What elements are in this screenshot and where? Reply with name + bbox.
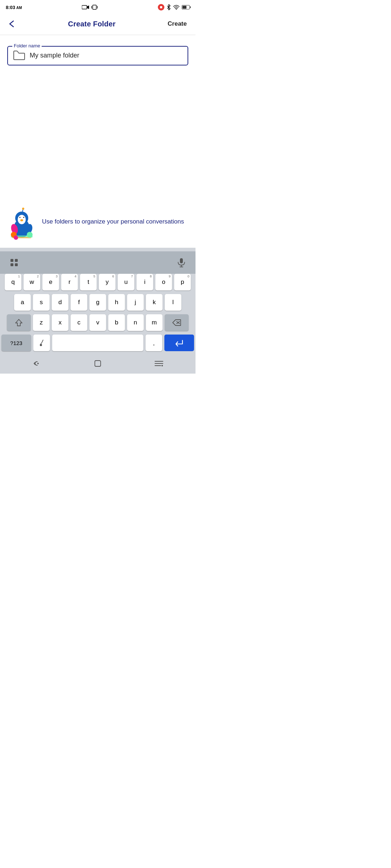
key-k[interactable]: k <box>146 294 163 311</box>
key-s[interactable]: s <box>33 294 50 311</box>
shift-key[interactable] <box>7 314 31 331</box>
key-a[interactable]: a <box>14 294 31 311</box>
nav-menu-key[interactable] <box>152 356 166 371</box>
svg-rect-28 <box>180 258 183 263</box>
num-switch-key[interactable]: ?123 <box>1 335 31 351</box>
space-key[interactable] <box>52 335 143 351</box>
svg-rect-26 <box>10 263 13 266</box>
grid-icon <box>10 258 18 267</box>
key-l[interactable]: l <box>165 294 181 311</box>
svg-rect-24 <box>10 259 13 262</box>
main-content: Folder name <box>0 35 196 65</box>
key-v[interactable]: v <box>89 314 106 331</box>
bottom-bar <box>0 355 196 374</box>
key-w[interactable]: w2 <box>24 274 40 290</box>
key-z[interactable]: z <box>33 314 50 331</box>
key-t[interactable]: t5 <box>80 274 97 290</box>
battery-icon <box>182 5 190 9</box>
key-i[interactable]: i8 <box>136 274 153 290</box>
key-b[interactable]: b <box>108 314 125 331</box>
svg-rect-2 <box>93 5 96 9</box>
nav-home-key[interactable] <box>91 356 105 371</box>
comma-icon <box>38 339 45 346</box>
key-c[interactable]: c <box>71 314 87 331</box>
svg-marker-1 <box>87 5 89 9</box>
svg-point-6 <box>176 9 177 10</box>
status-ampm: AM <box>16 6 22 10</box>
key-f[interactable]: f <box>71 294 87 311</box>
key-p[interactable]: p0 <box>174 274 191 290</box>
promo-area: Use folders to organize your personal co… <box>0 196 196 248</box>
key-y[interactable]: y6 <box>99 274 115 290</box>
key-n[interactable]: n <box>127 314 144 331</box>
promo-mascot <box>7 207 36 236</box>
page-title: Create Folder <box>68 20 116 28</box>
folder-name-field[interactable]: Folder name <box>7 46 188 65</box>
status-icons-right <box>158 4 190 10</box>
status-icons-left <box>82 4 98 10</box>
record-icon <box>158 4 164 10</box>
svg-rect-0 <box>82 5 87 9</box>
svg-point-40 <box>161 365 163 366</box>
status-bar: 8:03 AM <box>0 0 196 13</box>
key-o[interactable]: o9 <box>155 274 172 290</box>
nav-home-icon <box>93 359 102 368</box>
key-j[interactable]: j <box>127 294 144 311</box>
status-time: 8:03 <box>6 5 15 10</box>
key-m[interactable]: m <box>146 314 163 331</box>
nav-back-key[interactable] <box>29 356 44 371</box>
comma-key[interactable] <box>33 335 50 351</box>
svg-point-35 <box>37 363 39 364</box>
svg-point-14 <box>20 219 23 221</box>
key-h[interactable]: h <box>108 294 125 311</box>
nav-back-icon <box>32 359 41 368</box>
folder-input-row <box>13 50 182 60</box>
key-row-2: a s d f g h j k l <box>1 294 194 311</box>
promo-text: Use folders to organize your personal co… <box>42 217 184 226</box>
svg-rect-25 <box>15 259 18 262</box>
enter-icon <box>175 339 184 347</box>
svg-rect-36 <box>95 361 101 366</box>
key-u[interactable]: u7 <box>118 274 134 290</box>
grid-key[interactable] <box>6 254 22 271</box>
key-g[interactable]: g <box>89 294 106 311</box>
svg-point-22 <box>27 232 33 238</box>
svg-point-16 <box>22 208 24 210</box>
bluetooth-icon <box>167 4 171 10</box>
delete-key[interactable] <box>165 314 189 331</box>
num-switch-label: ?123 <box>10 340 22 346</box>
key-e[interactable]: e3 <box>42 274 59 290</box>
period-key[interactable]: . <box>146 335 162 351</box>
key-row-3: z x c v b n m <box>1 314 194 331</box>
svg-point-23 <box>14 235 18 240</box>
folder-name-input[interactable] <box>30 52 182 59</box>
folder-name-label: Folder name <box>12 43 42 48</box>
svg-rect-27 <box>15 263 18 266</box>
keyboard-toolbar <box>0 251 196 274</box>
keyboard-bottom-row: ?123 . <box>0 335 196 355</box>
key-row-1: q1 w2 e3 r4 t5 y6 u7 i8 o9 p0 <box>1 274 194 290</box>
key-rows: q1 w2 e3 r4 t5 y6 u7 i8 o9 p0 a s d f g … <box>0 274 196 331</box>
key-r[interactable]: r4 <box>61 274 78 290</box>
key-x[interactable]: x <box>52 314 68 331</box>
keyboard-area: q1 w2 e3 r4 t5 y6 u7 i8 o9 p0 a s d f g … <box>0 248 196 374</box>
key-d[interactable]: d <box>52 294 68 311</box>
folder-icon <box>13 50 25 60</box>
svg-rect-5 <box>160 6 162 8</box>
camera-icon <box>82 5 89 10</box>
wifi-icon <box>173 5 180 10</box>
create-button[interactable]: Create <box>165 19 190 29</box>
top-nav: Create Folder Create <box>0 13 196 35</box>
svg-point-13 <box>23 217 24 218</box>
back-arrow-icon <box>8 20 16 27</box>
mic-icon <box>177 258 185 267</box>
delete-icon <box>172 319 181 326</box>
svg-point-11 <box>20 217 21 218</box>
svg-marker-31 <box>16 319 22 326</box>
shift-icon <box>15 319 23 326</box>
key-q[interactable]: q1 <box>5 274 21 290</box>
nav-menu-icon <box>154 360 164 367</box>
mic-key[interactable] <box>173 254 190 271</box>
enter-key[interactable] <box>164 335 194 351</box>
back-button[interactable] <box>6 17 19 30</box>
